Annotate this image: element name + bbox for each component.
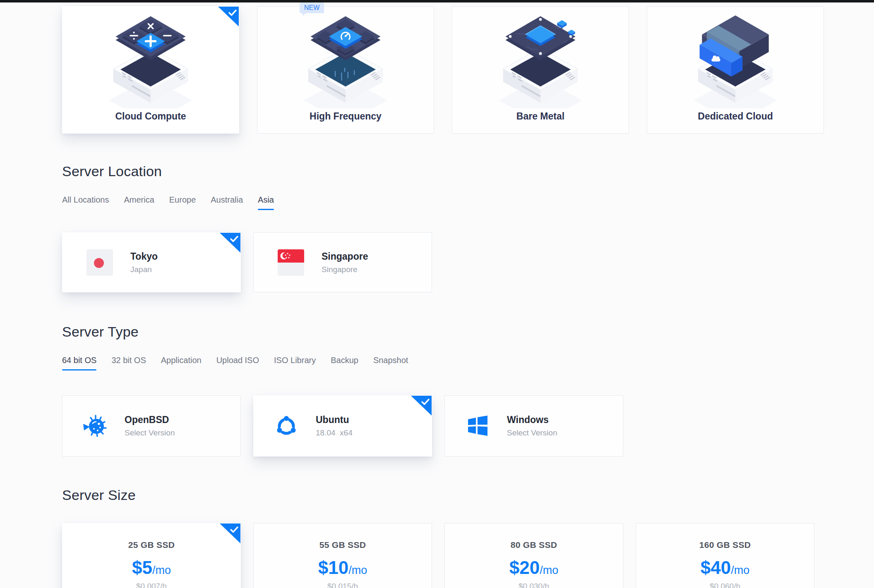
plan-price: $5/mo [62, 557, 240, 578]
server-location-title: Server Location [62, 163, 874, 179]
server-size-title: Server Size [62, 487, 874, 503]
tab-europe[interactable]: Europe [169, 195, 196, 210]
location-country: Singapore [322, 265, 368, 274]
japan-flag-icon [86, 249, 113, 276]
os-name: Ubuntu [316, 414, 353, 425]
plan-option-55gb[interactable]: 55 GB SSD $10/mo $0.015/h [253, 523, 432, 588]
plan-price-amount: $5 [132, 557, 152, 578]
checkmark-icon [230, 526, 239, 533]
cloud-compute-illustration [99, 8, 202, 108]
deploy-option-bare-metal[interactable]: Bare Metal [452, 6, 629, 134]
tab-all-locations[interactable]: All Locations [62, 195, 109, 210]
server-type-tabs: 64 bit OS 32 bit OS Application Upload I… [62, 356, 874, 370]
selected-checkmark [411, 396, 432, 416]
os-option-openbsd[interactable]: OpenBSD Select Version [62, 395, 241, 457]
tab-upload-iso[interactable]: Upload ISO [216, 356, 259, 370]
os-name: OpenBSD [125, 414, 175, 425]
plan-price-amount: $40 [701, 557, 731, 578]
tab-application[interactable]: Application [161, 356, 202, 370]
plan-price-amount: $10 [318, 557, 348, 578]
os-option-windows[interactable]: Windows Select Version [444, 395, 623, 457]
server-type-title: Server Type [62, 324, 874, 340]
selected-checkmark [220, 233, 240, 253]
plan-price: $10/mo [254, 557, 432, 578]
checkmark-icon [421, 398, 430, 406]
top-accent-bar [0, 0, 874, 2]
deploy-option-dedicated-cloud[interactable]: Dedicated Cloud [647, 6, 824, 134]
location-option-singapore[interactable]: Singapore Singapore [253, 232, 432, 292]
location-country: Japan [130, 265, 158, 274]
deploy-type-row: Cloud Compute NEW [62, 6, 874, 134]
plan-storage: 80 GB SSD [445, 540, 623, 550]
plan-hourly-rate: $0.060/h [636, 582, 814, 588]
selected-checkmark [218, 7, 239, 26]
plan-price: $20/mo [445, 557, 623, 578]
singapore-flag-icon [278, 249, 304, 276]
tab-32-bit-os[interactable]: 32 bit OS [111, 356, 146, 370]
deploy-option-cloud-compute[interactable]: Cloud Compute [62, 6, 239, 134]
plan-hourly-rate: $0.015/h [254, 582, 432, 588]
plan-price-period: /mo [540, 564, 558, 576]
tab-backup[interactable]: Backup [331, 356, 358, 370]
plan-price-period: /mo [152, 564, 171, 576]
plan-price-period: /mo [731, 564, 749, 576]
os-row: OpenBSD Select Version [62, 395, 874, 457]
os-version: Select Version [507, 428, 557, 437]
os-version: Select Version [125, 428, 175, 437]
plan-storage: 160 GB SSD [636, 540, 814, 550]
tab-snapshot[interactable]: Snapshot [373, 356, 408, 370]
os-option-ubuntu[interactable]: Ubuntu 18.04 x64 [253, 395, 432, 457]
plan-option-160gb[interactable]: 160 GB SSD $40/mo $0.060/h [636, 523, 814, 588]
ubuntu-icon [273, 412, 300, 440]
plan-storage: 25 GB SSD [62, 540, 240, 550]
tab-australia[interactable]: Australia [211, 195, 243, 210]
new-badge: NEW [300, 2, 324, 13]
dedicated-cloud-illustration [684, 8, 787, 108]
windows-icon [464, 412, 491, 440]
plan-hourly-rate: $0.007/h [62, 582, 240, 588]
plan-storage: 55 GB SSD [254, 540, 432, 550]
deploy-option-label: Dedicated Cloud [698, 111, 773, 122]
deploy-option-label: High Frequency [310, 111, 382, 122]
deploy-option-label: Cloud Compute [115, 111, 186, 122]
plan-hourly-rate: $0.030/h [445, 582, 623, 588]
tab-64-bit-os[interactable]: 64 bit OS [62, 356, 96, 370]
tab-iso-library[interactable]: ISO Library [274, 356, 316, 370]
plan-option-25gb[interactable]: 25 GB SSD $5/mo $0.007/h [62, 523, 241, 588]
checkmark-icon [228, 9, 237, 17]
location-city: Singapore [322, 251, 368, 262]
tab-asia[interactable]: Asia [258, 195, 274, 210]
os-version: 18.04 x64 [316, 428, 353, 437]
location-row: Tokyo Japan Singapore Singapore [62, 232, 874, 292]
plan-row: 25 GB SSD $5/mo $0.007/h 55 GB SSD $10/m… [62, 523, 874, 588]
bare-metal-illustration [489, 8, 592, 108]
deploy-option-label: Bare Metal [516, 111, 564, 122]
high-frequency-illustration [294, 8, 397, 108]
deploy-option-high-frequency[interactable]: NEW [257, 6, 434, 134]
location-city: Tokyo [130, 251, 158, 262]
plan-price-amount: $20 [509, 557, 540, 578]
openbsd-pufferfish-icon [82, 412, 109, 440]
plan-option-80gb[interactable]: 80 GB SSD $20/mo $0.030/h [444, 523, 623, 588]
location-option-tokyo[interactable]: Tokyo Japan [62, 232, 241, 292]
checkmark-icon [230, 235, 239, 243]
plan-price-period: /mo [348, 564, 367, 576]
location-tabs: All Locations America Europe Australia A… [62, 195, 874, 210]
plan-price: $40/mo [636, 557, 814, 578]
tab-america[interactable]: America [124, 195, 154, 210]
os-name: Windows [507, 414, 557, 425]
